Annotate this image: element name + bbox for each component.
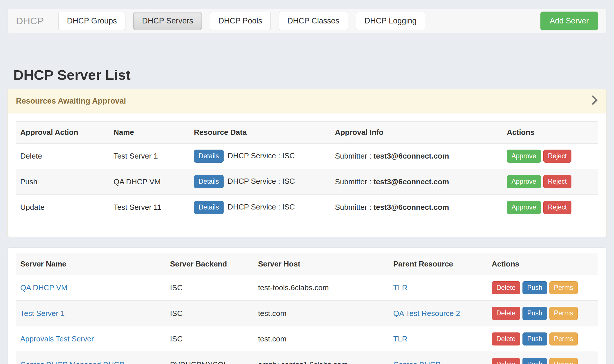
- perms-button[interactable]: Perms: [549, 332, 578, 346]
- approval-info-cell: Submitter : test3@6connect.com: [330, 169, 502, 195]
- delete-button[interactable]: Delete: [492, 358, 520, 364]
- server-row: Approvals Test Server ISC test.com TLR D…: [16, 326, 598, 352]
- server-actions-cell: DeletePushPerms: [487, 275, 598, 301]
- server-name-link[interactable]: QA DHCP VM: [20, 283, 67, 292]
- server-host-cell: test.com: [253, 301, 389, 326]
- column-header-approval-action: Approval Action: [16, 121, 109, 143]
- dhcp-toolbar: DHCP DHCP Groups DHCP Servers DHCP Pools…: [8, 9, 606, 33]
- approval-table-header-row: Approval Action Name Resource Data Appro…: [16, 121, 598, 143]
- server-table-header-row: Server Name Server Backend Server Host P…: [16, 253, 598, 275]
- parent-resource-cell: Centos DHCP: [389, 352, 487, 364]
- details-button[interactable]: Details: [194, 201, 224, 214]
- tab-dhcp-servers[interactable]: DHCP Servers: [133, 12, 202, 30]
- approval-actions-cell: ApproveReject: [502, 143, 598, 169]
- reject-button[interactable]: Reject: [543, 201, 571, 214]
- approval-panel-title: Resources Awaiting Approval: [16, 97, 126, 106]
- column-header-parent-resource: Parent Resource: [389, 253, 487, 275]
- server-name-link[interactable]: Approvals Test Server: [20, 334, 94, 343]
- submitter-label: Submitter :: [335, 177, 371, 186]
- approval-action-cell: Push: [16, 169, 109, 195]
- chevron-right-icon[interactable]: [592, 95, 598, 107]
- reject-button[interactable]: Reject: [543, 175, 571, 188]
- column-header-resource-data: Resource Data: [189, 121, 330, 143]
- server-backend-cell: ISC: [165, 326, 253, 352]
- server-name-cell: Approvals Test Server: [16, 326, 165, 352]
- approve-button[interactable]: Approve: [507, 201, 541, 214]
- server-actions-cell: DeletePushPerms: [487, 352, 598, 364]
- column-header-name: Name: [109, 121, 189, 143]
- approval-row: Push QA DHCP VM DetailsDHCP Service : IS…: [16, 169, 598, 195]
- tab-dhcp-pools[interactable]: DHCP Pools: [210, 12, 271, 30]
- details-button[interactable]: Details: [194, 175, 224, 188]
- tab-dhcp-logging[interactable]: DHCP Logging: [356, 12, 425, 30]
- server-backend-cell: ISC: [165, 275, 253, 301]
- approval-action-cell: Update: [16, 195, 109, 220]
- approve-button[interactable]: Approve: [507, 175, 541, 188]
- server-host-cell: empty-centos1.6clabs.com: [253, 352, 389, 364]
- column-header-server-name: Server Name: [16, 253, 165, 275]
- delete-button[interactable]: Delete: [492, 307, 520, 320]
- parent-resource-cell: QA Test Resource 2: [389, 301, 487, 326]
- server-row: QA DHCP VM ISC test-tools.6clabs.com TLR…: [16, 275, 598, 301]
- submitter-label: Submitter :: [335, 152, 371, 160]
- delete-button[interactable]: Delete: [492, 332, 520, 346]
- delete-button[interactable]: Delete: [492, 281, 520, 295]
- server-name-link[interactable]: Test Server 1: [20, 309, 65, 318]
- resource-data-cell: DetailsDHCP Service : ISC: [189, 195, 330, 220]
- approval-info-cell: Submitter : test3@6connect.com: [330, 143, 502, 169]
- server-list-panel: Server Name Server Backend Server Host P…: [8, 247, 606, 364]
- server-backend-cell: PVDHCPMYSQL: [165, 352, 253, 364]
- push-button[interactable]: Push: [522, 281, 547, 295]
- approval-action-cell: Delete: [16, 143, 109, 169]
- push-button[interactable]: Push: [522, 358, 547, 364]
- push-button[interactable]: Push: [522, 332, 547, 346]
- column-header-server-backend: Server Backend: [165, 253, 253, 275]
- submitter-label: Submitter :: [335, 203, 371, 212]
- parent-resource-link[interactable]: TLR: [393, 334, 407, 343]
- server-name-cell: Test Server 1: [16, 301, 165, 326]
- approval-row: Delete Test Server 1 DetailsDHCP Service…: [16, 143, 598, 169]
- resource-data-text: DHCP Service : ISC: [228, 151, 295, 160]
- submitter-email: test3@6connect.com: [373, 177, 449, 186]
- column-header-actions: Actions: [487, 253, 598, 275]
- server-actions-cell: DeletePushPerms: [487, 301, 598, 326]
- push-button[interactable]: Push: [522, 307, 547, 320]
- add-server-button[interactable]: Add Server: [540, 12, 598, 30]
- approval-name-cell: QA DHCP VM: [109, 169, 189, 195]
- approval-name-cell: Test Server 11: [109, 195, 189, 220]
- reject-button[interactable]: Reject: [543, 150, 571, 163]
- dhcp-brand-label: DHCP: [16, 15, 44, 27]
- server-host-cell: test.com: [253, 326, 389, 352]
- approval-panel-header[interactable]: Resources Awaiting Approval: [8, 89, 606, 113]
- resource-data-cell: DetailsDHCP Service : ISC: [189, 143, 330, 169]
- approval-actions-cell: ApproveReject: [502, 195, 598, 220]
- tab-dhcp-groups[interactable]: DHCP Groups: [58, 12, 125, 30]
- resource-data-text: DHCP Service : ISC: [228, 203, 295, 211]
- parent-resource-link[interactable]: QA Test Resource 2: [393, 309, 460, 318]
- parent-resource-cell: TLR: [389, 326, 487, 352]
- parent-resource-link[interactable]: TLR: [393, 283, 407, 292]
- approve-button[interactable]: Approve: [507, 150, 541, 163]
- perms-button[interactable]: Perms: [549, 307, 578, 320]
- server-row: Centos DHCP Managed DHCP PVDHCPMYSQL emp…: [16, 352, 598, 364]
- server-name-cell: Centos DHCP Managed DHCP: [16, 352, 165, 364]
- server-row: Test Server 1 ISC test.com QA Test Resou…: [16, 301, 598, 326]
- server-name-link[interactable]: Centos DHCP Managed DHCP: [20, 360, 124, 364]
- resource-data-cell: DetailsDHCP Service : ISC: [189, 169, 330, 195]
- parent-resource-link[interactable]: Centos DHCP: [393, 360, 441, 364]
- server-host-cell: test-tools.6clabs.com: [253, 275, 389, 301]
- details-button[interactable]: Details: [194, 150, 224, 163]
- submitter-email: test3@6connect.com: [373, 152, 449, 160]
- column-header-approval-info: Approval Info: [330, 121, 502, 143]
- approval-panel-body: Approval Action Name Resource Data Appro…: [8, 113, 606, 237]
- perms-button[interactable]: Perms: [549, 358, 578, 364]
- parent-resource-cell: TLR: [389, 275, 487, 301]
- approval-name-cell: Test Server 1: [109, 143, 189, 169]
- tab-dhcp-classes[interactable]: DHCP Classes: [279, 12, 348, 30]
- approval-actions-cell: ApproveReject: [502, 169, 598, 195]
- column-header-actions: Actions: [502, 121, 598, 143]
- perms-button[interactable]: Perms: [549, 281, 578, 295]
- approval-row: Update Test Server 11 DetailsDHCP Servic…: [16, 195, 598, 220]
- submitter-email: test3@6connect.com: [373, 203, 449, 212]
- page-title: DHCP Server List: [13, 67, 606, 83]
